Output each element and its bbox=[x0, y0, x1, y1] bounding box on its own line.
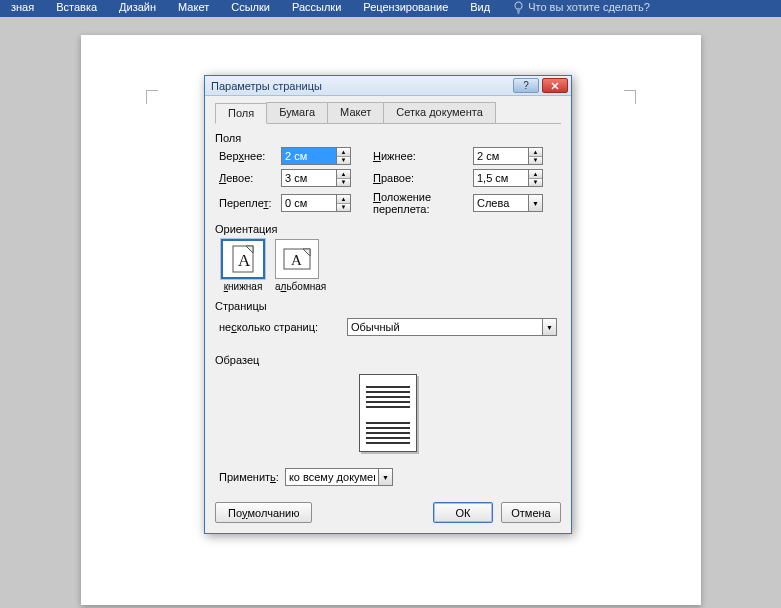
left-margin-input[interactable] bbox=[281, 169, 336, 187]
gutter-spinner[interactable]: ▲▼ bbox=[281, 194, 351, 212]
apply-to-combo[interactable]: ▼ bbox=[285, 468, 393, 486]
left-margin-label: Левое: bbox=[219, 172, 281, 184]
spin-down-icon[interactable]: ▼ bbox=[337, 179, 350, 187]
ribbon-tab-view[interactable]: Вид bbox=[459, 1, 501, 13]
help-button[interactable]: ? bbox=[513, 78, 539, 93]
spin-up-icon[interactable]: ▲ bbox=[337, 170, 350, 179]
bottom-margin-spinner[interactable]: ▲▼ bbox=[473, 147, 543, 165]
lightbulb-icon bbox=[513, 1, 524, 14]
section-pages-label: Страницы bbox=[215, 300, 561, 312]
top-margin-spinner[interactable]: ▲▼ bbox=[281, 147, 351, 165]
portrait-label: книжная bbox=[221, 281, 265, 292]
multi-pages-label: несколько страниц: bbox=[219, 321, 339, 333]
section-preview-label: Образец bbox=[215, 354, 561, 366]
ribbon-tab-design[interactable]: Дизайн bbox=[108, 1, 167, 13]
tab-grid[interactable]: Сетка документа bbox=[383, 102, 496, 123]
spin-up-icon[interactable]: ▲ bbox=[529, 148, 542, 157]
tell-me-box[interactable]: Что вы хотите сделать? bbox=[513, 1, 650, 14]
chevron-down-icon[interactable]: ▼ bbox=[378, 468, 393, 486]
ribbon-tab-insert[interactable]: Вставка bbox=[45, 1, 108, 13]
close-icon bbox=[551, 82, 559, 90]
top-margin-input[interactable] bbox=[281, 147, 336, 165]
spin-down-icon[interactable]: ▼ bbox=[337, 157, 350, 165]
margin-mark bbox=[146, 90, 158, 104]
dialog-titlebar[interactable]: Параметры страницы ? bbox=[205, 76, 571, 96]
left-margin-spinner[interactable]: ▲▼ bbox=[281, 169, 351, 187]
ribbon-tab-references[interactable]: Ссылки bbox=[220, 1, 281, 13]
chevron-down-icon[interactable]: ▼ bbox=[542, 318, 557, 336]
ok-button[interactable]: ОК bbox=[433, 502, 493, 523]
multi-pages-combo[interactable]: ▼ bbox=[347, 318, 557, 336]
chevron-down-icon[interactable]: ▼ bbox=[528, 194, 543, 212]
apply-to-value[interactable] bbox=[285, 468, 378, 486]
gutter-pos-combo[interactable]: ▼ bbox=[473, 194, 543, 212]
bottom-margin-input[interactable] bbox=[473, 147, 528, 165]
svg-text:A: A bbox=[238, 251, 251, 270]
bottom-margin-label: Нижнее: bbox=[373, 150, 473, 162]
orientation-portrait[interactable]: A bbox=[221, 239, 265, 279]
dialog-title: Параметры страницы bbox=[211, 80, 322, 92]
svg-text:A: A bbox=[291, 252, 302, 268]
ribbon-tab-review[interactable]: Рецензирование bbox=[352, 1, 459, 13]
spin-up-icon[interactable]: ▲ bbox=[337, 148, 350, 157]
apply-to-label: Применить: bbox=[219, 471, 279, 483]
section-orientation-label: Ориентация bbox=[215, 223, 561, 235]
spin-down-icon[interactable]: ▼ bbox=[529, 179, 542, 187]
gutter-label: Переплет: bbox=[219, 197, 281, 209]
ribbon-tab-mailings[interactable]: Рассылки bbox=[281, 1, 352, 13]
tab-layout[interactable]: Макет bbox=[327, 102, 384, 123]
tell-me-text: Что вы хотите сделать? bbox=[528, 1, 650, 13]
spin-up-icon[interactable]: ▲ bbox=[337, 195, 350, 204]
ribbon: зная Вставка Дизайн Макет Ссылки Рассылк… bbox=[0, 0, 781, 17]
section-margins-label: Поля bbox=[215, 132, 561, 144]
right-margin-spinner[interactable]: ▲▼ bbox=[473, 169, 543, 187]
tab-paper[interactable]: Бумага bbox=[266, 102, 328, 123]
right-margin-label: Правое: bbox=[373, 172, 473, 184]
dialog-tabs: Поля Бумага Макет Сетка документа bbox=[215, 102, 561, 124]
top-margin-label: Верхнее: bbox=[219, 150, 281, 162]
landscape-label: альбомная bbox=[275, 281, 326, 292]
spin-up-icon[interactable]: ▲ bbox=[529, 170, 542, 179]
right-margin-input[interactable] bbox=[473, 169, 528, 187]
spin-down-icon[interactable]: ▼ bbox=[337, 204, 350, 212]
ribbon-tab-home[interactable]: зная bbox=[0, 1, 45, 13]
spin-down-icon[interactable]: ▼ bbox=[529, 157, 542, 165]
cancel-button[interactable]: Отмена bbox=[501, 502, 561, 523]
orientation-landscape[interactable]: A bbox=[275, 239, 319, 279]
tab-margins[interactable]: Поля bbox=[215, 103, 267, 124]
ribbon-tab-layout[interactable]: Макет bbox=[167, 1, 220, 13]
set-default-button[interactable]: По умолчанию bbox=[215, 502, 312, 523]
portrait-icon: A bbox=[232, 245, 254, 273]
gutter-pos-value[interactable] bbox=[473, 194, 528, 212]
margin-mark bbox=[624, 90, 636, 104]
close-button[interactable] bbox=[542, 78, 568, 93]
landscape-icon: A bbox=[283, 248, 311, 270]
gutter-pos-label: Положение переплета: bbox=[373, 191, 473, 215]
multi-pages-value[interactable] bbox=[347, 318, 542, 336]
gutter-input[interactable] bbox=[281, 194, 336, 212]
page-setup-dialog: Параметры страницы ? Поля Бумага Макет С… bbox=[204, 75, 572, 534]
preview-pane bbox=[359, 374, 417, 452]
